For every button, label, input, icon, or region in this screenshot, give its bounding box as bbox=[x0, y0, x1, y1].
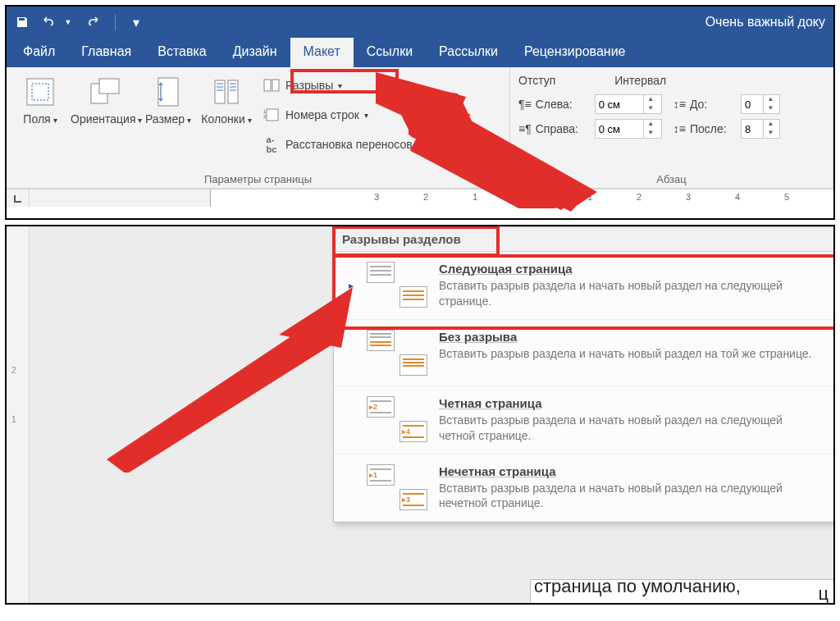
spacing-before-label: До: bbox=[690, 98, 729, 111]
line-numbers-button[interactable]: 12 Номера строк ▾ bbox=[262, 105, 422, 125]
customize-qat-icon[interactable]: ▾ bbox=[129, 15, 144, 30]
indent-right-icon: ≡¶ bbox=[518, 122, 532, 135]
group-page-setup: Поля▾ Ориентация▾ Размер▾ Колонки▾ bbox=[7, 67, 510, 188]
hyphenation-button[interactable]: a-bc Расстановка переносов ▾ bbox=[262, 135, 422, 154]
dropdown-item-odd-page[interactable]: ▸1 ▸3 Нечетная страница Вставить разрыв … bbox=[334, 454, 835, 523]
orientation-label: Ориентация bbox=[71, 112, 135, 126]
dropdown-item-desc: Вставить разрыв раздела и начать новый р… bbox=[439, 481, 821, 512]
breaks-dropdown: Разрывы разделов ▸ Следующая страница Вс… bbox=[333, 226, 835, 523]
next-page-icon bbox=[367, 262, 427, 308]
line-numbers-label: Номера строк bbox=[285, 108, 359, 121]
dropdown-item-desc: Вставить разрыв раздела и начать новый р… bbox=[439, 413, 821, 444]
title-bar: ▼ ▾ Очень важный доку bbox=[7, 7, 833, 38]
redo-icon[interactable] bbox=[87, 15, 102, 30]
orientation-button[interactable]: Ориентация▾ bbox=[71, 72, 138, 170]
tab-review[interactable]: Рецензирование bbox=[511, 38, 639, 67]
tab-insert[interactable]: Вставка bbox=[144, 38, 219, 67]
dropdown-section-header: Разрывы разделов bbox=[334, 227, 835, 252]
indent-left-input[interactable]: ▲▼ bbox=[595, 94, 662, 114]
document-page: ц ф е страница по умолчанию, bbox=[530, 579, 833, 603]
paragraph-group-label: Абзац bbox=[510, 173, 833, 185]
dropdown-item-desc: Вставить разрыв раздела и начать новый р… bbox=[439, 278, 821, 309]
dropdown-item-even-page[interactable]: ▸2 ▸4 Четная страница Вставить разрыв ра… bbox=[334, 386, 835, 454]
indent-right-input[interactable]: ▲▼ bbox=[595, 119, 662, 139]
page-setup-group-label: Параметры страницы bbox=[7, 173, 509, 185]
svg-rect-0 bbox=[27, 79, 53, 105]
selection-caret-icon: ▸ bbox=[349, 280, 355, 291]
ribbon-tabs: Файл Главная Вставка Дизайн Макет Ссылки… bbox=[7, 38, 833, 67]
dropdown-item-continuous[interactable]: Без разрыва Вставить разрыв раздела и на… bbox=[334, 320, 835, 386]
tab-design[interactable]: Дизайн bbox=[220, 38, 290, 67]
quick-access-toolbar: ▼ ▾ bbox=[15, 14, 144, 30]
continuous-icon bbox=[367, 330, 427, 376]
group-paragraph: Отступ Интервал ¶≡Слева: ▲▼ ↕≡До: ▲▼ ≡¶С… bbox=[510, 67, 833, 188]
line-numbers-icon: 12 bbox=[262, 107, 281, 123]
dropdown-item-title: Нечетная страница bbox=[439, 464, 821, 478]
spacing-before-icon: ↕≡ bbox=[673, 98, 686, 111]
hyphenation-icon: a-bc bbox=[262, 136, 281, 153]
horizontal-ruler: 3 2 1 1 2 3 4 5 bbox=[7, 189, 833, 207]
indent-left-label: Слева: bbox=[536, 98, 583, 111]
dropdown-item-title: Следующая страница bbox=[439, 262, 821, 276]
size-button[interactable]: Размер▾ bbox=[143, 72, 194, 170]
undo-icon[interactable] bbox=[41, 15, 56, 30]
breaks-label: Разрывы bbox=[285, 79, 333, 92]
svg-rect-14 bbox=[272, 80, 279, 91]
dropdown-item-title: Без разрыва bbox=[439, 330, 821, 344]
svg-rect-15 bbox=[267, 109, 278, 121]
annotation-arrow-bottom bbox=[98, 284, 369, 473]
tab-file[interactable]: Файл bbox=[10, 38, 68, 67]
margins-button[interactable]: Поля▾ bbox=[15, 72, 66, 170]
svg-text:2: 2 bbox=[263, 114, 267, 119]
margins-label: Поля bbox=[23, 112, 50, 126]
vertical-ruler: 2 1 bbox=[7, 226, 30, 603]
columns-button[interactable]: Колонки▾ bbox=[199, 72, 254, 170]
ribbon: Поля▾ Ориентация▾ Размер▾ Колонки▾ bbox=[7, 67, 833, 189]
dropdown-item-next-page[interactable]: ▸ Следующая страница Вставить разрыв раз… bbox=[334, 252, 835, 320]
spacing-after-label: После: bbox=[690, 122, 729, 135]
svg-rect-3 bbox=[99, 79, 119, 94]
indent-header: Отступ bbox=[518, 74, 555, 87]
tab-references[interactable]: Ссылки bbox=[354, 38, 426, 67]
svg-rect-4 bbox=[158, 78, 178, 106]
tab-layout[interactable]: Макет bbox=[290, 38, 354, 67]
undo-dropdown-icon[interactable]: ▼ bbox=[61, 15, 75, 30]
spacing-before-input[interactable]: ▲▼ bbox=[741, 94, 780, 114]
odd-page-icon: ▸1 ▸3 bbox=[367, 464, 427, 510]
columns-label: Колонки bbox=[201, 112, 244, 126]
spacing-after-input[interactable]: ▲▼ bbox=[741, 119, 780, 139]
dropdown-item-title: Четная страница bbox=[439, 396, 821, 410]
indent-right-label: Справа: bbox=[536, 122, 583, 135]
breaks-button[interactable]: Разрывы ▾ bbox=[262, 75, 422, 95]
even-page-icon: ▸2 ▸4 bbox=[367, 396, 427, 442]
spacing-after-icon: ↕≡ bbox=[673, 122, 686, 135]
page-text: страница по умолчанию, bbox=[534, 574, 741, 600]
svg-rect-13 bbox=[264, 80, 271, 91]
document-title: Очень важный доку bbox=[705, 15, 825, 30]
hyphenation-label: Расстановка переносов bbox=[285, 138, 413, 151]
size-label: Размер bbox=[145, 112, 185, 126]
indent-left-icon: ¶≡ bbox=[518, 98, 532, 111]
tab-home[interactable]: Главная bbox=[68, 38, 144, 67]
save-icon[interactable] bbox=[15, 15, 30, 30]
spacing-header: Интервал bbox=[614, 74, 666, 87]
dropdown-item-desc: Вставить разрыв раздела и начать новый р… bbox=[439, 346, 821, 362]
breaks-icon bbox=[262, 77, 281, 94]
svg-marker-30 bbox=[107, 322, 335, 473]
tab-mailings[interactable]: Рассылки bbox=[426, 38, 511, 67]
tab-selector-icon[interactable] bbox=[7, 189, 30, 207]
